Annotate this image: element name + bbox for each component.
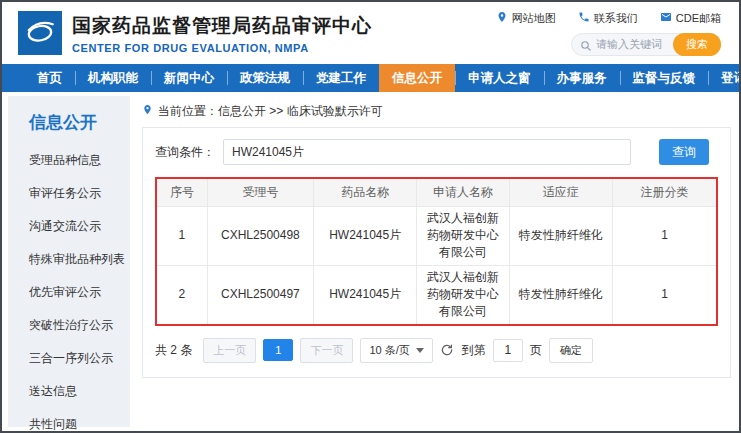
- header-right: 网站地图 联系我们 CDE邮箱: [496, 11, 721, 56]
- cell-acceptance-no: CXHL2500497: [207, 265, 313, 324]
- sidebar-item-three-in-one[interactable]: 三合一序列公示: [8, 342, 130, 375]
- pagination: 共 2 条 上一页 1 下一页 10 条/页 到第 页 确定: [155, 338, 718, 363]
- phone-icon: [578, 11, 590, 25]
- nav-item-applicant-window[interactable]: 申请人之窗: [455, 64, 544, 92]
- cde-mail-link[interactable]: CDE邮箱: [660, 11, 721, 26]
- main-nav: 首页 机构职能 新闻中心 政策法规 党建工作 信息公开 申请人之窗 办事服务 监…: [2, 64, 739, 92]
- nav-item-home[interactable]: 首页: [24, 64, 75, 92]
- breadcrumb: 当前位置：信息公开 >> 临床试验默示许可: [142, 102, 731, 120]
- search-button[interactable]: 搜索: [673, 33, 721, 56]
- goto-page-label: 到第: [462, 342, 486, 359]
- results-table-highlight: 序号 受理号 药品名称 申请人名称 适应症 注册分类 1 CXH: [155, 177, 718, 326]
- cde-mail-label: CDE邮箱: [676, 11, 721, 26]
- header: 国家药品监督管理局药品审评中心 CENTER FOR DRUG EVALUATI…: [2, 2, 739, 64]
- table-header-row: 序号 受理号 药品名称 申请人名称 适应症 注册分类: [157, 179, 716, 206]
- page-size-label: 10 条/页: [369, 343, 409, 358]
- cde-logo: [18, 11, 62, 55]
- sidebar: 信息公开 受理品种信息 审评任务公示 沟通交流公示 特殊审批品种列表 优先审评公…: [8, 96, 130, 427]
- search-icon: [580, 38, 592, 50]
- sidebar-item-breakthrough-therapy[interactable]: 突破性治疗公示: [8, 309, 130, 342]
- query-input[interactable]: [223, 139, 631, 165]
- col-header-drug-name: 药品名称: [314, 179, 417, 206]
- mail-icon: [660, 11, 672, 25]
- query-button[interactable]: 查询: [659, 139, 709, 165]
- nav-item-functions[interactable]: 机构职能: [75, 64, 151, 92]
- nav-item-party[interactable]: 党建工作: [303, 64, 379, 92]
- sitemap-label: 网站地图: [512, 11, 556, 26]
- cell-acceptance-no: CXHL2500498: [207, 206, 313, 265]
- page: 国家药品监督管理局药品审评中心 CENTER FOR DRUG EVALUATI…: [0, 0, 741, 433]
- site-subtitle: CENTER FOR DRUG EVALUATION, NMPA: [72, 42, 372, 54]
- nav-item-supervision[interactable]: 监督与反馈: [620, 64, 709, 92]
- sidebar-item-priority-review[interactable]: 优先审评公示: [8, 276, 130, 309]
- cell-drug-name: HW241045片: [314, 206, 417, 265]
- sidebar-item-delivery-info[interactable]: 送达信息: [8, 375, 130, 408]
- col-header-applicant: 申请人名称: [417, 179, 509, 206]
- contact-link[interactable]: 联系我们: [578, 11, 638, 26]
- cell-index: 1: [157, 206, 207, 265]
- cell-index: 2: [157, 265, 207, 324]
- col-header-acceptance-no: 受理号: [207, 179, 313, 206]
- chevron-down-icon: [416, 348, 424, 353]
- search-input[interactable]: [596, 38, 668, 50]
- sidebar-item-common-issues[interactable]: 共性问题: [8, 408, 130, 433]
- nav-item-info-disclosure[interactable]: 信息公开: [379, 64, 455, 92]
- map-pin-icon: [496, 11, 508, 25]
- page-size-select[interactable]: 10 条/页: [360, 338, 432, 363]
- content-card: 查询条件： 查询 序号 受理号 药品名称 申请人名称 适: [142, 127, 731, 378]
- results-table: 序号 受理号 药品名称 申请人名称 适应症 注册分类 1 CXH: [157, 179, 716, 324]
- page-body: 信息公开 受理品种信息 审评任务公示 沟通交流公示 特殊审批品种列表 优先审评公…: [2, 92, 739, 431]
- nav-item-policies[interactable]: 政策法规: [227, 64, 303, 92]
- cell-applicant: 武汉人福创新药物研发中心有限公司: [417, 265, 509, 324]
- sidebar-item-communication[interactable]: 沟通交流公示: [8, 210, 130, 243]
- page-1-button[interactable]: 1: [263, 339, 293, 361]
- cell-registration-class: 1: [613, 265, 716, 324]
- quick-links: 网站地图 联系我们 CDE邮箱: [496, 11, 721, 26]
- query-row: 查询条件： 查询: [155, 139, 718, 165]
- cell-indication: 特发性肺纤维化: [509, 206, 612, 265]
- confirm-button[interactable]: 确定: [549, 338, 593, 363]
- contact-label: 联系我们: [594, 11, 638, 26]
- site-title: 国家药品监督管理局药品审评中心: [72, 13, 372, 39]
- nav-item-services[interactable]: 办事服务: [544, 64, 620, 92]
- query-label: 查询条件：: [155, 144, 215, 161]
- col-header-index: 序号: [157, 179, 207, 206]
- sitemap-link[interactable]: 网站地图: [496, 11, 556, 26]
- table-row: 2 CXHL2500497 HW241045片 武汉人福创新药物研发中心有限公司…: [157, 265, 716, 324]
- brand-text: 国家药品监督管理局药品审评中心 CENTER FOR DRUG EVALUATI…: [72, 13, 372, 54]
- cde-logo-icon: [22, 13, 58, 53]
- sidebar-title: 信息公开: [8, 96, 130, 144]
- breadcrumb-text: 当前位置：信息公开 >> 临床试验默示许可: [158, 103, 383, 120]
- cell-indication: 特发性肺纤维化: [509, 265, 612, 324]
- total-count-label: 共 2 条: [155, 342, 192, 359]
- col-header-indication: 适应症: [509, 179, 612, 206]
- table-row: 1 CXHL2500498 HW241045片 武汉人福创新药物研发中心有限公司…: [157, 206, 716, 265]
- nav-item-registration-platform[interactable]: 登记备案平台: [708, 64, 741, 92]
- cell-drug-name: HW241045片: [314, 265, 417, 324]
- next-page-button[interactable]: 下一页: [300, 338, 353, 363]
- refresh-icon[interactable]: [440, 343, 455, 358]
- prev-page-button[interactable]: 上一页: [203, 338, 256, 363]
- brand: 国家药品监督管理局药品审评中心 CENTER FOR DRUG EVALUATI…: [18, 11, 372, 55]
- main-content: 当前位置：信息公开 >> 临床试验默示许可 查询条件： 查询 序号 受理号: [130, 96, 739, 431]
- cell-applicant: 武汉人福创新药物研发中心有限公司: [417, 206, 509, 265]
- sidebar-item-accepted-varieties[interactable]: 受理品种信息: [8, 144, 130, 177]
- col-header-registration-class: 注册分类: [613, 179, 716, 206]
- goto-page-input[interactable]: [493, 339, 523, 362]
- sidebar-item-special-approval[interactable]: 特殊审批品种列表: [8, 243, 130, 276]
- sidebar-item-review-tasks[interactable]: 审评任务公示: [8, 177, 130, 210]
- nav-item-news[interactable]: 新闻中心: [151, 64, 227, 92]
- cell-registration-class: 1: [613, 206, 716, 265]
- page-unit-label: 页: [530, 342, 542, 359]
- search-bar: 搜索: [571, 33, 721, 56]
- location-pin-icon: [142, 103, 153, 119]
